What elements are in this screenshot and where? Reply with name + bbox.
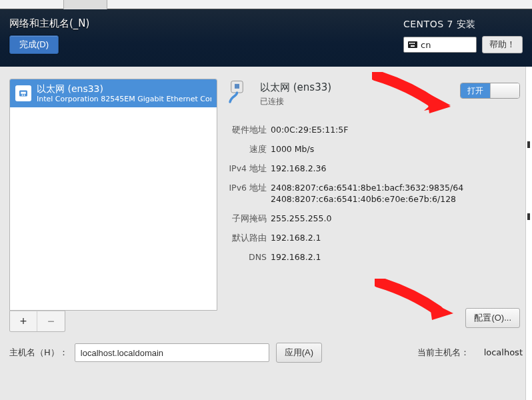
gw-label: 默认路由 bbox=[225, 233, 267, 244]
svg-rect-3 bbox=[24, 94, 25, 95]
keyboard-layout-select[interactable]: cn bbox=[403, 37, 477, 53]
ipv4-value: 192.168.2.36 bbox=[271, 163, 520, 175]
ethernet-icon bbox=[15, 85, 31, 101]
connection-title: 以太网 (ens33) bbox=[260, 81, 331, 94]
nic-title: 以太网 (ens33) bbox=[37, 83, 211, 95]
current-hostname-value: localhost bbox=[484, 347, 523, 357]
hw-value: 00:0C:29:E5:11:5F bbox=[271, 125, 520, 136]
dns-label: DNS bbox=[225, 252, 267, 262]
annotation-arrow-icon bbox=[375, 279, 455, 321]
svg-rect-5 bbox=[235, 84, 239, 89]
keyboard-icon bbox=[408, 41, 417, 48]
hostname-row: 主机名（H）： 应用(A) 当前主机名： localhost bbox=[0, 332, 532, 363]
annotation-arrow-icon bbox=[372, 72, 452, 115]
mask-value: 255.255.255.0 bbox=[271, 213, 520, 225]
current-hostname: 当前主机名： localhost bbox=[417, 347, 523, 359]
ethernet-large-icon bbox=[225, 79, 253, 107]
dns-value: 192.168.2.1 bbox=[271, 252, 520, 262]
remove-button[interactable]: − bbox=[37, 311, 65, 331]
help-button[interactable]: 帮助！ bbox=[482, 36, 523, 53]
ipv6-value-2: 2408:8207:c6a:6541:40b6:e70e:6e7b:6/128 bbox=[271, 194, 520, 205]
done-button[interactable]: 完成(D) bbox=[9, 35, 59, 54]
svg-rect-1 bbox=[21, 92, 26, 94]
distro-label: CENTOS 7 安装 bbox=[403, 19, 523, 31]
ipv4-label: IPv4 地址 bbox=[225, 163, 267, 175]
nic-list: 以太网 (ens33) Intel Corporation 82545EM Gi… bbox=[9, 79, 217, 311]
svg-marker-7 bbox=[429, 301, 453, 320]
current-hostname-label: 当前主机名： bbox=[417, 347, 469, 357]
add-remove-toolbar: + − bbox=[9, 311, 65, 332]
svg-rect-2 bbox=[22, 94, 23, 95]
hostname-input[interactable] bbox=[75, 343, 269, 362]
nic-subtitle: Intel Corporation 82545EM Gigabit Ethern… bbox=[37, 95, 211, 103]
toggle-knob bbox=[490, 83, 519, 98]
gw-value: 192.168.2.1 bbox=[271, 233, 520, 244]
top-bar bbox=[0, 0, 532, 9]
ipv6-value: 2408:8207:c6a:6541:8be1:bacf:3632:9835/6… bbox=[271, 183, 520, 205]
nic-list-item[interactable]: 以太网 (ens33) Intel Corporation 82545EM Gi… bbox=[10, 79, 217, 107]
header: 网络和主机名(_N) 完成(D) CENTOS 7 安装 cn 帮助！ bbox=[0, 9, 532, 67]
connection-toggle[interactable]: 打开 bbox=[460, 83, 520, 99]
info-table: 硬件地址 00:0C:29:E5:11:5F 速度 1000 Mb/s IPv4… bbox=[225, 125, 520, 262]
top-tab bbox=[63, 0, 107, 9]
add-button[interactable]: + bbox=[10, 311, 37, 331]
ipv6-value-1: 2408:8207:c6a:6541:8be1:bacf:3632:9835/6… bbox=[271, 183, 520, 194]
ipv6-label: IPv6 地址 bbox=[225, 183, 267, 205]
toggle-on-label: 打开 bbox=[461, 83, 490, 98]
mask-label: 子网掩码 bbox=[225, 213, 267, 225]
connection-status: 已连接 bbox=[260, 96, 331, 107]
hostname-label: 主机名（H）： bbox=[9, 347, 68, 359]
apply-button[interactable]: 应用(A) bbox=[276, 343, 322, 363]
keyboard-layout-value: cn bbox=[421, 40, 431, 50]
speed-label: 速度 bbox=[225, 144, 267, 155]
side-edge bbox=[525, 67, 532, 400]
speed-value: 1000 Mb/s bbox=[271, 144, 520, 155]
configure-button[interactable]: 配置(O)... bbox=[465, 308, 520, 328]
hw-label: 硬件地址 bbox=[225, 125, 267, 136]
